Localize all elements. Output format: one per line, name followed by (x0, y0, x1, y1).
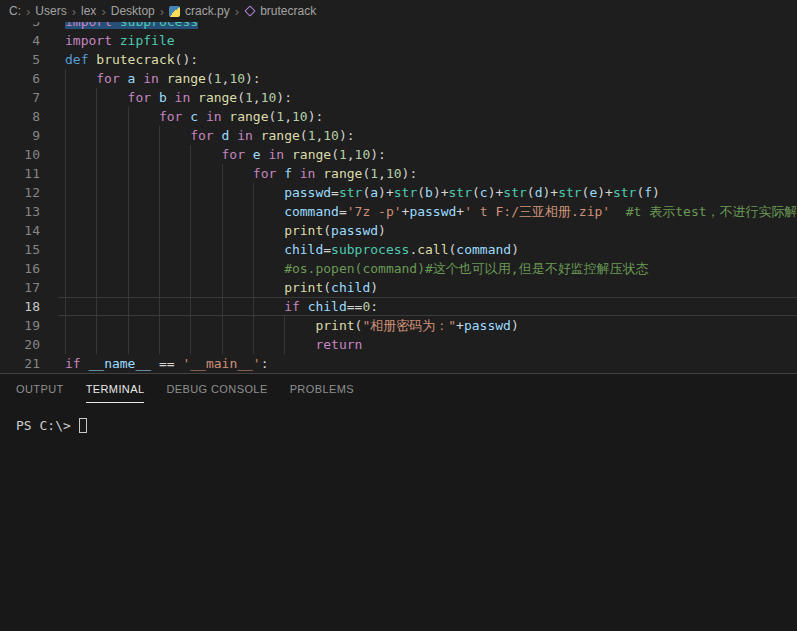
indent-guide (222, 316, 223, 335)
breadcrumb-item-c-[interactable]: C: (9, 4, 21, 18)
indent-guide (253, 240, 254, 259)
breadcrumb: C:›Users›lex›Desktop›crack.py›brutecrack (0, 0, 797, 22)
panel-tab-output[interactable]: OUTPUT (16, 383, 64, 403)
indent-guide (190, 202, 191, 221)
code-text: for d in range(1,10): (65, 126, 355, 145)
code-line-4[interactable]: 4import zipfile (0, 31, 797, 50)
selection-highlight: import subprocess (65, 22, 198, 29)
indent-guide (65, 69, 66, 88)
code-line-11[interactable]: 11for f in range(1,10): (0, 164, 797, 183)
line-number: 21 (0, 354, 65, 373)
line-number: 3 (0, 22, 65, 31)
breadcrumb-item-crack-py[interactable]: crack.py (169, 4, 230, 18)
indent-guide (128, 164, 129, 183)
indent-guide (128, 202, 129, 221)
breadcrumb-label: brutecrack (260, 4, 316, 18)
code-text: passwd=str(a)+str(b)+str(c)+str(d)+str(e… (65, 183, 660, 202)
indent-guide (190, 183, 191, 202)
line-number: 6 (0, 69, 65, 88)
breadcrumb-item-lex[interactable]: lex (81, 4, 96, 18)
indent-guide (65, 88, 66, 107)
indent-guide (190, 335, 191, 354)
indent-guide (222, 240, 223, 259)
line-number: 18 (0, 297, 65, 316)
indent-guide (96, 126, 97, 145)
code-line-15[interactable]: 15child=subprocess.call(command) (0, 240, 797, 259)
indent-guide (253, 183, 254, 202)
code-line-17[interactable]: 17print(child) (0, 278, 797, 297)
clipped-top-line: 3import subprocess (0, 22, 797, 31)
line-number: 10 (0, 145, 65, 164)
panel-tab-bar: OUTPUTTERMINALDEBUG CONSOLEPROBLEMS (0, 374, 797, 403)
code-line-3[interactable]: 3import subprocess (0, 22, 797, 31)
code-lines: 4import zipfile5def brutecrack():6for a … (0, 31, 797, 373)
indent-guide (128, 316, 129, 335)
code-line-8[interactable]: 8for c in range(1,10): (0, 107, 797, 126)
code-line-12[interactable]: 12passwd=str(a)+str(b)+str(c)+str(d)+str… (0, 183, 797, 202)
line-number: 17 (0, 278, 65, 297)
code-line-16[interactable]: 16#os.popen(command)#这个也可以用,但是不好监控解压状态 (0, 259, 797, 278)
panel-tab-problems[interactable]: PROBLEMS (290, 383, 354, 403)
code-line-20[interactable]: 20return (0, 335, 797, 354)
indent-guide (65, 202, 66, 221)
indent-guide (222, 183, 223, 202)
breadcrumb-label: lex (81, 4, 96, 18)
code-text: command='7z -p'+passwd+' t F:/三亚相册.zip' … (65, 202, 797, 221)
indent-guide (284, 316, 285, 335)
terminal[interactable]: PS C:\> (0, 403, 797, 448)
line-number: 12 (0, 183, 65, 202)
code-line-9[interactable]: 9for d in range(1,10): (0, 126, 797, 145)
indent-guide (159, 259, 160, 278)
indent-guide (128, 107, 129, 126)
code-editor[interactable]: 3import subprocess 4import zipfile5def b… (0, 22, 797, 373)
indent-guide (190, 297, 191, 316)
indent-guide (65, 240, 66, 259)
indent-guide (190, 278, 191, 297)
indent-guide (222, 164, 223, 183)
indent-guide (253, 297, 254, 316)
code-text: print(passwd) (65, 221, 386, 240)
code-line-19[interactable]: 19print("相册密码为："+passwd) (0, 316, 797, 335)
chevron-right-icon: › (101, 5, 105, 18)
code-line-5[interactable]: 5def brutecrack(): (0, 50, 797, 69)
indent-guide (65, 145, 66, 164)
line-number: 8 (0, 107, 65, 126)
code-line-7[interactable]: 7for b in range(1,10): (0, 88, 797, 107)
indent-guide (96, 164, 97, 183)
breadcrumb-item-brutecrack[interactable]: brutecrack (244, 4, 316, 18)
indent-guide (65, 335, 66, 354)
indent-guide (190, 240, 191, 259)
code-line-18[interactable]: 18if child==0: (0, 297, 797, 316)
indent-guide (65, 221, 66, 240)
breadcrumb-item-users[interactable]: Users (35, 4, 66, 18)
line-number: 5 (0, 50, 65, 69)
indent-guide (96, 145, 97, 164)
indent-guide (128, 145, 129, 164)
code-text: for e in range(1,10): (65, 145, 386, 164)
indent-guide (159, 335, 160, 354)
indent-guide (128, 183, 129, 202)
python-file-icon (169, 6, 180, 17)
indent-guide (96, 183, 97, 202)
indent-guide (159, 221, 160, 240)
panel-tab-debug-console[interactable]: DEBUG CONSOLE (166, 383, 267, 403)
indent-guide (65, 107, 66, 126)
code-text: print(child) (65, 278, 378, 297)
code-line-13[interactable]: 13command='7z -p'+passwd+' t F:/三亚相册.zip… (0, 202, 797, 221)
indent-guide (96, 240, 97, 259)
panel-tab-terminal[interactable]: TERMINAL (86, 383, 145, 403)
indent-guide (128, 126, 129, 145)
line-number: 9 (0, 126, 65, 145)
code-text: for a in range(1,10): (65, 69, 261, 88)
code-line-14[interactable]: 14print(passwd) (0, 221, 797, 240)
breadcrumb-item-desktop[interactable]: Desktop (111, 4, 155, 18)
bottom-panel: OUTPUTTERMINALDEBUG CONSOLEPROBLEMS PS C… (0, 373, 797, 631)
indent-guide (96, 335, 97, 354)
line-number: 11 (0, 164, 65, 183)
code-line-6[interactable]: 6for a in range(1,10): (0, 69, 797, 88)
symbol-method-icon (244, 5, 255, 16)
code-line-10[interactable]: 10for e in range(1,10): (0, 145, 797, 164)
code-text: print("相册密码为："+passwd) (65, 316, 519, 335)
code-line-21[interactable]: 21if __name__ == '__main__': (0, 354, 797, 373)
indent-guide (65, 126, 66, 145)
